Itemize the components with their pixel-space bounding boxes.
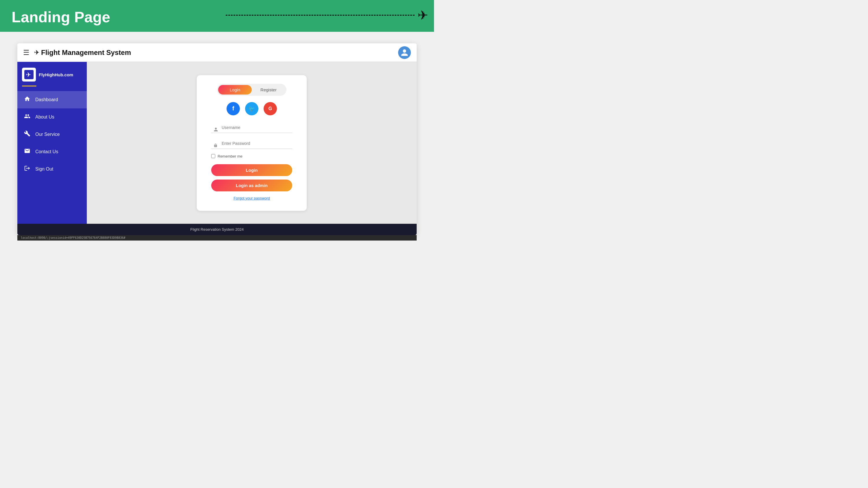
remember-checkbox[interactable]: [211, 154, 215, 158]
forgot-password-link[interactable]: Forgot your password: [234, 196, 270, 200]
sidebar: ✈ FlyHighHub.com Dashboard: [18, 62, 87, 224]
signout-icon: [23, 165, 31, 173]
people-icon: [23, 113, 31, 121]
username-input[interactable]: [211, 122, 292, 133]
tab-switcher: Login Register: [217, 84, 286, 96]
top-navbar: ☰ ✈ Flight Management System: [18, 43, 416, 62]
brand-name: FlyHighHub.com: [39, 72, 73, 77]
twitter-login-button[interactable]: 🐦: [245, 102, 258, 116]
main-panel: Login Register f 🐦 G: [87, 62, 416, 224]
dashed-line: [226, 15, 414, 15]
sidebar-item-contact-label: Contact Us: [35, 149, 58, 154]
sidebar-item-service[interactable]: Our Service: [18, 126, 87, 143]
google-icon: G: [269, 106, 272, 111]
dashed-line-container: ✈: [226, 8, 428, 23]
remember-label: Remember me: [218, 154, 243, 158]
envelope-icon: [23, 148, 31, 156]
login-button[interactable]: Login: [211, 164, 292, 176]
sidebar-item-dashboard-label: Dashboard: [35, 97, 58, 102]
brand-logo: ✈: [22, 68, 36, 82]
main-content: ☰ ✈ Flight Management System ✈: [0, 32, 434, 252]
url-bar: localhost:8090/;jsessionid=49FF630D25B75…: [18, 235, 416, 240]
brand-logo-icon: ✈: [24, 70, 34, 79]
admin-login-button[interactable]: Login as admin: [211, 180, 292, 191]
social-buttons-row: f 🐦 G: [226, 102, 277, 116]
twitter-icon: 🐦: [249, 105, 255, 112]
sidebar-brand: ✈ FlyHighHub.com: [18, 62, 87, 86]
facebook-login-button[interactable]: f: [226, 102, 240, 116]
user-avatar-button[interactable]: [398, 46, 411, 59]
password-icon: [214, 143, 218, 149]
footer-text: Flight Reservation System 2024: [190, 227, 244, 232]
sidebar-item-signout[interactable]: Sign Out: [18, 160, 87, 178]
username-wrapper: [211, 122, 292, 138]
google-login-button[interactable]: G: [264, 102, 277, 116]
home-icon: [23, 96, 31, 104]
app-body: ✈ FlyHighHub.com Dashboard: [18, 62, 416, 224]
nav-plane-icon: ✈: [34, 49, 39, 56]
login-tab[interactable]: Login: [218, 85, 252, 95]
sidebar-item-about[interactable]: About Us: [18, 108, 87, 126]
plane-decoration-icon: ✈: [417, 8, 428, 23]
top-banner: Landing Page ✈: [0, 0, 434, 32]
password-wrapper: [211, 138, 292, 154]
banner-title: Landing Page: [11, 8, 110, 26]
username-icon: [214, 127, 218, 133]
tools-icon: [23, 130, 31, 138]
url-text: localhost:8090/;jsessionid=49FF630D25B75…: [21, 236, 125, 239]
password-input[interactable]: [211, 138, 292, 149]
sidebar-item-contact[interactable]: Contact Us: [18, 143, 87, 160]
remember-row: Remember me: [211, 154, 292, 158]
sidebar-item-service-label: Our Service: [35, 132, 60, 137]
brand-underline: [22, 86, 36, 87]
svg-text:✈: ✈: [26, 71, 31, 78]
sidebar-item-dashboard[interactable]: Dashboard: [18, 91, 87, 108]
facebook-icon: f: [232, 105, 235, 112]
app-window: ☰ ✈ Flight Management System ✈: [18, 43, 416, 235]
app-footer: Flight Reservation System 2024: [18, 224, 416, 235]
sidebar-item-signout-label: Sign Out: [35, 166, 53, 172]
sidebar-nav: Dashboard About Us Our Servi: [18, 91, 87, 178]
nav-title: Flight Management System: [41, 48, 131, 57]
sidebar-item-about-label: About Us: [35, 115, 54, 120]
user-icon: [400, 48, 408, 57]
register-tab[interactable]: Register: [252, 85, 285, 95]
hamburger-icon[interactable]: ☰: [23, 48, 30, 57]
login-card: Login Register f 🐦 G: [197, 75, 307, 211]
